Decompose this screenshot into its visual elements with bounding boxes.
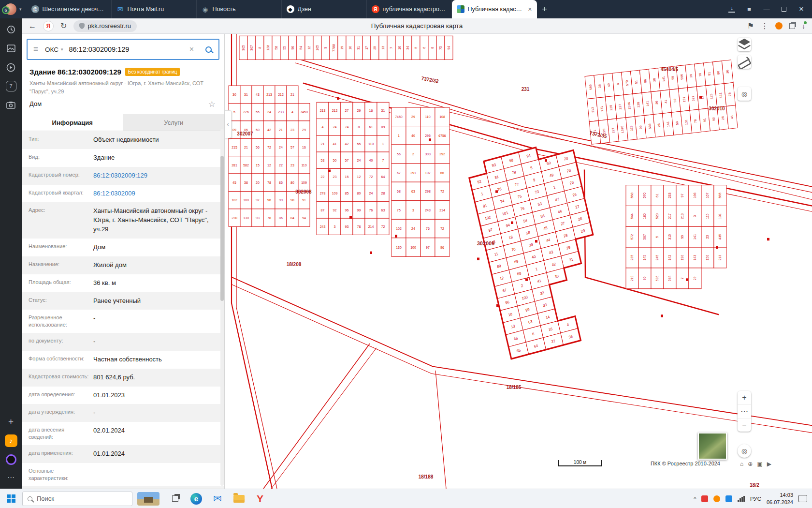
svg-text:21: 21 xyxy=(290,92,294,97)
add-icon[interactable]: + xyxy=(6,417,16,427)
clear-search-icon[interactable]: × xyxy=(185,45,198,54)
edge-taskbar-icon[interactable]: e xyxy=(186,489,207,508)
zoom-out-button[interactable]: − xyxy=(738,418,751,432)
maximize-button[interactable] xyxy=(775,1,793,17)
screenshot-icon[interactable] xyxy=(6,100,16,110)
svg-text:245: 245 xyxy=(656,254,659,260)
svg-text:190: 190 xyxy=(681,254,684,260)
svg-text:214: 214 xyxy=(439,208,445,212)
svg-text:180: 180 xyxy=(643,213,647,219)
chevron-down-icon[interactable]: ▾ xyxy=(19,7,22,12)
download-manager-icon[interactable]: ↓ xyxy=(802,22,805,30)
measure-button[interactable] xyxy=(738,55,751,69)
music-icon[interactable]: ♪ xyxy=(5,434,17,447)
geolocation-button[interactable]: ◎ xyxy=(738,444,751,458)
more-icon[interactable]: ⋯ xyxy=(6,472,16,483)
clock[interactable]: 14:03 06.07.2024 xyxy=(767,492,793,506)
notifications-badge[interactable]: 7 xyxy=(6,81,16,91)
favorite-star-icon[interactable]: ☆ xyxy=(208,99,216,109)
minimap[interactable] xyxy=(698,433,727,460)
tab-close-icon[interactable]: × xyxy=(526,5,532,13)
row-value: 36 кв. м xyxy=(93,279,218,288)
address-bar[interactable]: pkk.rosreestr.ru xyxy=(73,20,137,32)
minimize-button[interactable]: — xyxy=(758,1,775,17)
video-icon[interactable] xyxy=(6,62,16,73)
refresh-button[interactable]: ↻ xyxy=(60,21,67,30)
search-input[interactable] xyxy=(66,45,185,53)
mail-taskbar-icon[interactable]: ✉ xyxy=(207,489,228,508)
tray-expand-icon[interactable]: ^ xyxy=(694,496,696,502)
extension-icon[interactable] xyxy=(775,22,783,30)
menu-icon[interactable]: ≡ xyxy=(740,1,758,17)
row-label: Форма собственности: xyxy=(29,355,93,364)
tray-icon-red[interactable] xyxy=(701,495,708,502)
cadastral-link[interactable]: 86:12:0302009 xyxy=(93,189,218,198)
menu-icon[interactable]: ≡ xyxy=(28,45,42,54)
feed-icon[interactable] xyxy=(6,43,16,54)
zoom-more-button[interactable]: ⋯ xyxy=(738,404,751,418)
add-layer-icon[interactable]: ⊕ xyxy=(748,461,753,467)
svg-text:22: 22 xyxy=(279,163,283,167)
panel-tab-inactive[interactable]: Услуги xyxy=(123,114,225,131)
svg-text:54: 54 xyxy=(299,46,303,50)
svg-text:84: 84 xyxy=(290,216,294,220)
share-icon[interactable]: ▶ xyxy=(767,461,771,467)
yandex-button[interactable]: Я xyxy=(43,21,54,31)
svg-text:28: 28 xyxy=(652,78,656,82)
bookmark-flag-icon[interactable]: ⚑ xyxy=(747,21,754,30)
row-label: дата утверждения: xyxy=(29,408,93,418)
print-icon[interactable]: ▣ xyxy=(757,461,762,467)
browser-tab[interactable]: ◆Дзен xyxy=(282,0,367,18)
svg-text:85: 85 xyxy=(345,191,349,195)
windows-logo-icon xyxy=(7,494,15,503)
scale-label: 100 м xyxy=(574,460,586,465)
start-button[interactable] xyxy=(0,489,22,508)
svg-text:72: 72 xyxy=(440,226,444,231)
row-value: - xyxy=(93,408,218,418)
notification-center-icon[interactable] xyxy=(798,495,807,502)
row-label: дата применения: xyxy=(29,449,93,459)
new-tab-button[interactable]: + xyxy=(537,4,552,15)
search-button[interactable] xyxy=(198,40,218,59)
row-value: Частная собственность xyxy=(93,355,218,364)
close-button[interactable]: × xyxy=(793,1,810,17)
panel-scrollbar-thumb[interactable] xyxy=(220,156,224,301)
downloads-icon[interactable]: ↓ xyxy=(723,1,740,17)
browser-tab[interactable]: Публичная кадастрова× xyxy=(452,0,537,18)
zoom-in-button[interactable]: + xyxy=(738,391,751,404)
panel-tab-active[interactable]: Информация xyxy=(22,114,123,131)
position-button[interactable]: ◎ xyxy=(738,87,751,101)
more-vert-icon[interactable]: ⋮ xyxy=(761,21,768,30)
browser-tab[interactable]: ✉Почта Mail.ru xyxy=(112,0,197,18)
svg-text:24: 24 xyxy=(279,145,283,149)
browser-tab[interactable]: @Шестилетняя девочка ум xyxy=(27,0,112,18)
tray-icon-blue[interactable] xyxy=(725,495,732,502)
taskbar-search[interactable]: Поиск xyxy=(22,492,132,506)
explorer-taskbar-icon[interactable] xyxy=(228,489,249,508)
yandex-browser-taskbar-icon[interactable]: Y xyxy=(249,489,271,508)
history-icon[interactable] xyxy=(6,24,16,35)
svg-text:78: 78 xyxy=(267,180,271,185)
panel-collapse-button[interactable]: ‹ xyxy=(225,110,232,138)
info-row: дата утверждения:- xyxy=(22,404,224,422)
profile-chip[interactable]: 6 ▾ xyxy=(0,3,27,15)
browser-tab[interactable]: Япубличная кадастровая к xyxy=(367,0,452,18)
back-button[interactable]: ← xyxy=(29,22,36,30)
svg-text:130: 130 xyxy=(243,216,249,220)
map-canvas[interactable]: 3053078128585596541216597788191031172513… xyxy=(225,34,812,489)
browser-tab[interactable]: ◉Новость xyxy=(197,0,282,18)
cadastral-map[interactable]: 3053078128585596541216597788191031172513… xyxy=(225,34,812,489)
tray-icon-orange[interactable] xyxy=(713,495,720,502)
collections-icon[interactable] xyxy=(789,23,795,29)
home-icon[interactable]: ⌂ xyxy=(740,461,743,467)
language-indicator[interactable]: РУС xyxy=(750,496,761,502)
svg-text:214: 214 xyxy=(368,224,374,229)
search-category-dropdown[interactable]: ОКС ▾ xyxy=(42,46,66,53)
alice-icon[interactable] xyxy=(6,454,16,465)
layers-button[interactable] xyxy=(738,38,751,51)
task-view-button[interactable] xyxy=(164,489,186,508)
cadastral-link[interactable]: 86:12:0302009:129 xyxy=(93,171,218,180)
widgets-button[interactable] xyxy=(137,492,160,506)
network-icon[interactable] xyxy=(738,496,745,502)
svg-text:41: 41 xyxy=(333,141,337,146)
